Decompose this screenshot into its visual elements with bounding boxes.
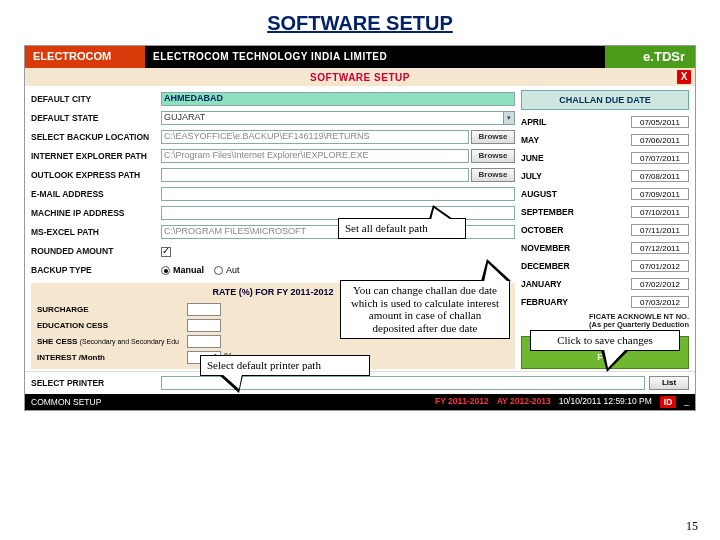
radio-backup-auto[interactable] xyxy=(214,266,223,275)
challan-panel: CHALLAN DUE DATE APRIL07/05/2011MAY07/06… xyxy=(521,90,689,369)
label-email: E-MAIL ADDRESS xyxy=(31,189,161,199)
challan-row: JUNE07/07/2011 xyxy=(521,149,689,167)
input-she-cess[interactable] xyxy=(187,335,221,348)
challan-month: OCTOBER xyxy=(521,225,563,235)
browse-ie-button[interactable]: Browse xyxy=(471,149,515,163)
browse-backup-button[interactable]: Browse xyxy=(471,130,515,144)
challan-date-input[interactable]: 07/06/2011 xyxy=(631,134,689,146)
label-rounded-amount: ROUNDED AMOUNT xyxy=(31,246,161,256)
slide-title: SOFTWARE SETUP xyxy=(0,0,720,45)
challan-date-input[interactable]: 07/02/2012 xyxy=(631,278,689,290)
challan-month: JANUARY xyxy=(521,279,562,289)
challan-date-input[interactable]: 07/12/2011 xyxy=(631,242,689,254)
callout-change-challan-date: You can change challan due date which is… xyxy=(340,280,510,339)
brand-title-center: ELECTROCOM TECHNOLOGY INDIA LIMITED xyxy=(145,46,605,68)
window-subheader: SOFTWARE SETUP X xyxy=(25,68,695,86)
input-outlook-path[interactable] xyxy=(161,168,469,182)
label-surcharge: SURCHARGE xyxy=(37,305,187,314)
challan-row: SEPTEMBER07/10/2011 xyxy=(521,203,689,221)
status-bar: COMMON SETUP FY 2011-2012 AY 2012-2013 1… xyxy=(25,394,695,410)
label-default-city: DEFAULT CITY xyxy=(31,94,161,104)
select-default-state[interactable]: GUJARAT xyxy=(161,111,504,125)
challan-date-input[interactable]: 07/09/2011 xyxy=(631,188,689,200)
window-subtitle: SOFTWARE SETUP xyxy=(310,72,410,83)
title-bar: ELECTROCOM ELECTROCOM TECHNOLOGY INDIA L… xyxy=(25,46,695,68)
input-backup-location[interactable]: C:\EASYOFFICE\e.BACKUP\EF146119\RETURNS xyxy=(161,130,469,144)
checkbox-rounded-amount[interactable] xyxy=(161,247,171,257)
status-common-setup: COMMON SETUP xyxy=(31,397,101,407)
challan-month: DECEMBER xyxy=(521,261,570,271)
challan-month: MAY xyxy=(521,135,539,145)
challan-month: AUGUST xyxy=(521,189,557,199)
challan-row: MAY07/06/2011 xyxy=(521,131,689,149)
status-fy: FY 2011-2012 xyxy=(435,396,489,408)
challan-row: AUGUST07/09/2011 xyxy=(521,185,689,203)
label-excel-path: MS-EXCEL PATH xyxy=(31,227,161,237)
challan-row: FEBRUARY07/03/2012 xyxy=(521,293,689,311)
input-education-cess[interactable] xyxy=(187,319,221,332)
brand-logo-left: ELECTROCOM xyxy=(25,46,145,68)
label-outlook-path: OUTLOOK EXPRESS PATH xyxy=(31,170,161,180)
status-dash: _ xyxy=(684,396,689,408)
label-interest: INTEREST /Month xyxy=(37,353,187,362)
radio-auto-label: Aut xyxy=(226,265,240,275)
challan-date-input[interactable]: 07/11/2011 xyxy=(631,224,689,236)
radio-backup-manual[interactable] xyxy=(161,266,170,275)
challan-date-input[interactable]: 07/10/2011 xyxy=(631,206,689,218)
label-machine-ip: MACHINE IP ADDRESS xyxy=(31,208,161,218)
label-backup-type: BACKUP TYPE xyxy=(31,265,161,275)
challan-month: APRIL xyxy=(521,117,547,127)
challan-row: JANUARY07/02/2012 xyxy=(521,275,689,293)
challan-row: APRIL07/05/2011 xyxy=(521,113,689,131)
challan-heading: CHALLAN DUE DATE xyxy=(521,90,689,110)
challan-date-input[interactable]: 07/05/2011 xyxy=(631,116,689,128)
input-ie-path[interactable]: C:\Program Files\Internet Explorer\IEXPL… xyxy=(161,149,469,163)
status-id-badge: ID xyxy=(660,396,677,408)
challan-row: OCTOBER07/11/2011 xyxy=(521,221,689,239)
input-default-city[interactable]: AHMEDABAD xyxy=(161,92,515,106)
challan-date-input[interactable]: 07/08/2011 xyxy=(631,170,689,182)
label-select-printer: SELECT PRINTER xyxy=(31,378,161,388)
label-backup-location: SELECT BACKUP LOCATION xyxy=(31,132,161,142)
status-ay: AY 2012-2013 xyxy=(497,396,551,408)
challan-month: NOVEMBER xyxy=(521,243,570,253)
challan-row: DECEMBER07/01/2012 xyxy=(521,257,689,275)
challan-month: SEPTEMBER xyxy=(521,207,574,217)
radio-manual-label: Manual xyxy=(173,265,204,275)
challan-date-input[interactable]: 07/07/2011 xyxy=(631,152,689,164)
input-surcharge[interactable] xyxy=(187,303,221,316)
browse-outlook-button[interactable]: Browse xyxy=(471,168,515,182)
label-default-state: DEFAULT STATE xyxy=(31,113,161,123)
challan-month: JUNE xyxy=(521,153,544,163)
chevron-down-icon[interactable]: ▾ xyxy=(503,111,515,125)
callout-click-to-save: Click to save changes xyxy=(530,330,680,351)
callout-select-printer-path: Select default printer path xyxy=(200,355,370,376)
challan-row: JULY07/08/2011 xyxy=(521,167,689,185)
challan-month: FEBRUARY xyxy=(521,297,568,307)
list-printers-button[interactable]: List xyxy=(649,376,689,390)
page-number: 15 xyxy=(686,519,698,534)
callout-set-default-path: Set all default path xyxy=(338,218,466,239)
label-she-cess: SHE CESS (Secondary and Secondary Edu xyxy=(37,337,187,346)
label-ie-path: INTERNET EXPLORER PATH xyxy=(31,151,161,161)
input-email[interactable] xyxy=(161,187,515,201)
certificate-ack-label: FICATE ACKNOWLE NT NO. (As per Quarterly… xyxy=(521,313,689,330)
challan-date-input[interactable]: 07/03/2012 xyxy=(631,296,689,308)
status-datetime: 10/10/2011 12:59:10 PM xyxy=(559,396,652,408)
label-education-cess: EDUCATION CESS xyxy=(37,321,187,330)
close-button[interactable]: X xyxy=(677,70,691,84)
challan-row: NOVEMBER07/12/2011 xyxy=(521,239,689,257)
brand-logo-right: e.TDSr xyxy=(605,46,695,68)
challan-date-input[interactable]: 07/01/2012 xyxy=(631,260,689,272)
challan-month: JULY xyxy=(521,171,542,181)
